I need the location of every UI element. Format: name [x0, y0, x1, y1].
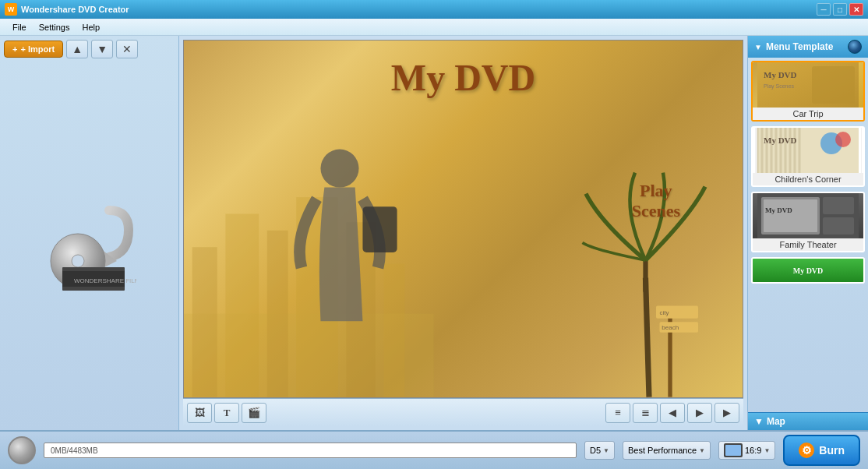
childrens-corner-thumb-icon: My DVD	[753, 128, 863, 173]
aspect-ratio-dropdown[interactable]: 16:9 ▼	[718, 441, 775, 460]
prev-page-button[interactable]: ◀	[660, 403, 685, 423]
grid-icon: ≣	[641, 407, 650, 418]
down-arrow-icon: ▼	[97, 43, 108, 55]
green-template-thumbnail: My DVD	[753, 259, 863, 282]
add-clip-button[interactable]: 🎬	[242, 403, 266, 423]
quality-chevron: ▼	[699, 447, 705, 454]
maximize-button[interactable]: □	[833, 3, 847, 16]
minimize-button[interactable]: ─	[817, 3, 831, 16]
grid-view-button[interactable]: ≣	[633, 403, 658, 423]
quality-dropdown[interactable]: Best Performance ▼	[623, 441, 711, 460]
burn-gear-icon: ⚙	[799, 443, 814, 458]
car-trip-label: Car Trip	[753, 108, 863, 120]
svg-text:My DVD: My DVD	[764, 136, 797, 145]
text-icon: T	[224, 407, 231, 419]
menu-template-header: ▼ Menu Template	[748, 36, 868, 58]
import-arrow-icon: WONDERSHARE FILM	[43, 199, 136, 292]
svg-rect-4	[62, 267, 125, 271]
prev-page-icon: ◀	[669, 407, 676, 418]
title-bar: W Wondershare DVD Creator ─ □ ✕	[0, 0, 868, 19]
car-trip-thumb-icon: My DVD Play Scenes	[753, 62, 863, 108]
family-theater-thumbnail: My DVD	[753, 193, 863, 238]
car-trip-thumbnail: My DVD Play Scenes	[753, 62, 863, 108]
template-childrens-corner[interactable]: My DVD Children's Corner	[751, 126, 865, 187]
map-arrow-icon: ▼	[754, 416, 764, 427]
media-drop-area: WONDERSHARE FILM	[4, 65, 175, 426]
up-arrow-icon: ▲	[72, 43, 83, 55]
import-plus-icon: +	[12, 44, 17, 54]
svg-text:city: city	[660, 310, 670, 317]
childrens-corner-thumbnail: My DVD	[753, 128, 863, 173]
add-image-button[interactable]: 🖼	[187, 403, 212, 423]
menu-template-arrow: ▼	[754, 43, 762, 51]
preview-area: city beach My DVD PlayScenes	[183, 40, 743, 398]
right-panel: ▼ Menu Template	[747, 36, 868, 430]
left-toolbar: + + Import ▲ ▼ ✕	[4, 40, 175, 58]
svg-text:beach: beach	[662, 325, 679, 332]
svg-point-2	[72, 255, 84, 267]
preview-scenes: PlayScenes	[632, 181, 680, 221]
template-car-trip[interactable]: My DVD Play Scenes Car Trip	[751, 61, 865, 122]
childrens-corner-label: Children's Corner	[753, 173, 863, 185]
delete-button[interactable]: ✕	[116, 40, 138, 58]
clip-icon: 🎬	[248, 407, 260, 418]
close-button[interactable]: ✕	[849, 3, 863, 16]
import-button[interactable]: + + Import	[4, 41, 63, 58]
preview-title: My DVD	[391, 56, 535, 99]
aspect-ratio-label: 16:9	[745, 446, 761, 455]
menu-file[interactable]: File	[6, 21, 33, 34]
delete-icon: ✕	[122, 43, 132, 55]
dvd-disc-icon	[8, 436, 36, 464]
template-family-theater[interactable]: My DVD Family Theater	[751, 192, 865, 252]
image-icon: 🖼	[195, 407, 205, 418]
menu-help[interactable]: Help	[76, 21, 106, 34]
add-text-button[interactable]: T	[214, 403, 239, 423]
disc-type-dropdown[interactable]: D5 ▼	[584, 441, 615, 460]
next-page-icon: ▶	[696, 407, 704, 418]
burn-label: Burn	[819, 444, 845, 457]
menu-settings[interactable]: Settings	[33, 21, 76, 34]
template-list: My DVD Play Scenes Car Trip	[748, 58, 868, 412]
next-page-button[interactable]: ▶	[687, 403, 712, 423]
center-panel: city beach My DVD PlayScenes	[179, 36, 747, 430]
move-up-button[interactable]: ▲	[66, 40, 88, 58]
monitor-screen	[725, 445, 741, 456]
family-theater-label: Family Theater	[753, 238, 863, 251]
svg-point-41	[835, 132, 851, 147]
svg-text:My DVD: My DVD	[764, 70, 797, 79]
main-area: + + Import ▲ ▼ ✕	[0, 36, 868, 430]
map-label: Map	[767, 416, 785, 427]
svg-rect-44	[764, 199, 817, 232]
menu-bar: File Settings Help	[0, 19, 868, 36]
menu-template-label: Menu Template	[766, 41, 833, 52]
disc-type-label: D5	[590, 446, 601, 455]
left-panel: + + Import ▲ ▼ ✕	[0, 36, 179, 430]
media-placeholder: WONDERSHARE FILM	[43, 199, 136, 292]
svg-point-21	[320, 149, 358, 187]
svg-text:My DVD: My DVD	[765, 206, 792, 214]
svg-rect-5	[62, 287, 125, 291]
svg-rect-46	[823, 217, 854, 235]
list-view-button[interactable]: ≡	[605, 403, 630, 423]
quality-label: Best Performance	[628, 446, 697, 455]
svg-line-14	[646, 278, 650, 397]
template-green[interactable]: My DVD	[751, 257, 865, 284]
app-title: Wondershare DVD Creator	[21, 5, 129, 14]
svg-rect-9	[225, 214, 259, 397]
burn-button[interactable]: ⚙ Burn	[783, 435, 860, 466]
map-section-header: ▼ Map	[748, 412, 868, 430]
app-icon: W	[5, 3, 17, 16]
preview-background: city beach My DVD PlayScenes	[184, 41, 743, 397]
play-icon: ▶	[723, 407, 731, 418]
window-controls: ─ □ ✕	[817, 3, 863, 16]
disc-type-chevron: ▼	[603, 447, 609, 454]
svg-text:Play Scenes: Play Scenes	[764, 83, 794, 90]
svg-text:WONDERSHARE FILM: WONDERSHARE FILM	[74, 277, 136, 284]
list-icon: ≡	[615, 407, 621, 418]
play-button[interactable]: ▶	[715, 403, 739, 423]
family-theater-thumb-icon: My DVD	[753, 193, 863, 238]
green-template-title: My DVD	[793, 266, 824, 275]
progress-bar: 0MB/4483MB	[44, 443, 577, 458]
globe-icon	[848, 40, 862, 54]
move-down-button[interactable]: ▼	[91, 40, 113, 58]
